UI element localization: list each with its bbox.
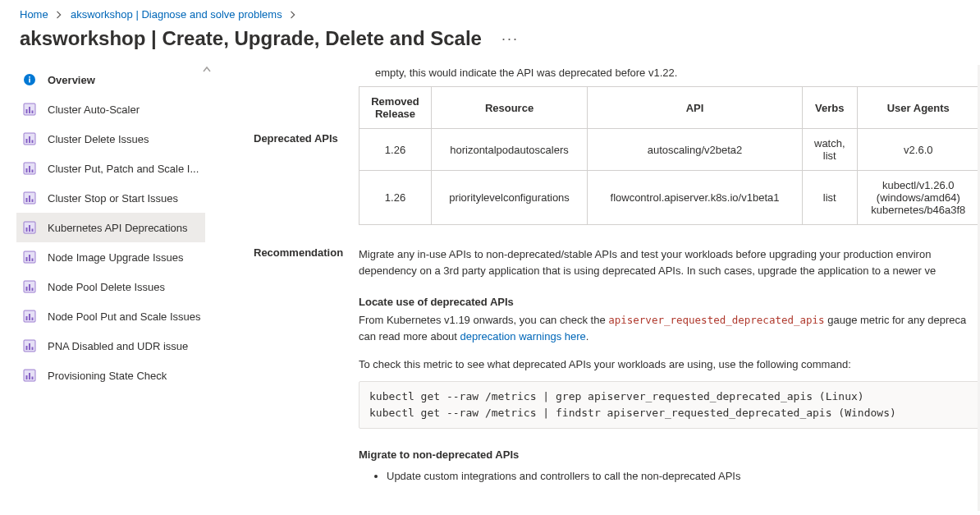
chart-icon [23, 103, 36, 116]
svg-rect-14 [32, 170, 34, 173]
deprecated-apis-table: Removed Release Resource API Verbs User … [359, 86, 980, 225]
svg-rect-26 [32, 259, 34, 262]
svg-rect-25 [29, 255, 30, 261]
svg-rect-4 [26, 109, 28, 113]
svg-rect-12 [26, 168, 28, 172]
chart-icon [23, 221, 36, 234]
reco-line1: Migrate any in-use APIs to non-deprecate… [359, 246, 980, 263]
sidebar-item-put-patch-scale[interactable]: Cluster Put, Patch and Scale I... [16, 154, 205, 183]
sidebar-item-label: Cluster Delete Issues [48, 133, 149, 145]
sidebar-item-label: Node Pool Delete Issues [48, 281, 165, 293]
svg-rect-21 [29, 225, 30, 232]
sidebar-item-node-pool-put-scale[interactable]: Node Pool Put and Scale Issues [16, 301, 205, 331]
page-title: aksworkshop | Create, Upgrade, Delete an… [20, 27, 482, 50]
chart-icon [23, 251, 36, 264]
cell-api: autoscaling/v2beta2 [588, 129, 803, 171]
deprecated-apis-label: Deprecated APIs [254, 86, 359, 145]
cell-verbs: list [803, 171, 858, 225]
svg-rect-28 [26, 287, 28, 291]
bullet-item: Update custom integrations and controlle… [387, 468, 980, 485]
svg-rect-10 [32, 140, 34, 144]
sidebar-item-auto-scaler[interactable]: Cluster Auto-Scaler [16, 94, 205, 124]
th-api: API [588, 87, 803, 129]
svg-rect-2 [29, 76, 30, 78]
code-line: kubectl get --raw /metrics | findstr api… [369, 405, 969, 421]
more-options-button[interactable]: ··· [501, 30, 519, 48]
sidebar-item-label: Cluster Put, Patch and Scale I... [48, 163, 199, 175]
chart-icon [23, 310, 36, 323]
intro-fragment: empty, this would indicate the API was d… [375, 65, 980, 81]
sidebar-item-label: Node Pool Put and Scale Issues [48, 310, 200, 323]
svg-rect-37 [29, 343, 30, 350]
metric-code: apiserver_requested_deprecated_apis [608, 314, 824, 326]
sidebar-item-node-pool-delete[interactable]: Node Pool Delete Issues [16, 272, 205, 301]
cell-resource: prioritylevelconfigurations [432, 171, 588, 225]
table-row: 1.26 prioritylevelconfigurations flowcon… [359, 171, 980, 225]
svg-rect-22 [32, 229, 34, 232]
sidebar-item-node-image-upgrade[interactable]: Node Image Upgrade Issues [16, 242, 205, 272]
svg-rect-41 [29, 373, 30, 379]
svg-rect-9 [29, 136, 30, 143]
recommendation-label: Recommendation [254, 246, 359, 490]
reco-line2: dependency on a 3rd party application th… [359, 263, 980, 279]
main-content: empty, this would indicate the API was d… [212, 65, 980, 511]
cell-release: 1.26 [359, 129, 432, 171]
svg-rect-29 [29, 284, 30, 291]
breadcrumb-home[interactable]: Home [20, 8, 48, 21]
chart-icon [23, 369, 36, 382]
sidebar-item-pna-udr[interactable]: PNA Disabled and UDR issue [16, 331, 205, 361]
sidebar-item-overview[interactable]: Overview [16, 65, 205, 94]
locate-heading: Locate use of deprecated APIs [359, 294, 980, 310]
info-icon [23, 73, 36, 86]
migrate-heading: Migrate to non-deprecated APIs [359, 447, 980, 463]
code-block: kubectl get --raw /metrics | grep apiser… [359, 381, 980, 429]
breadcrumb-diagnose[interactable]: aksworkshop | Diagnose and solve problem… [71, 8, 282, 21]
th-resource: Resource [432, 87, 588, 129]
svg-rect-24 [26, 257, 28, 261]
sidebar-item-api-deprecations[interactable]: Kubernetes API Deprecations [16, 213, 205, 242]
svg-rect-1 [29, 79, 30, 83]
th-user-agents: User Agents [857, 87, 979, 129]
chart-icon [23, 280, 36, 293]
sidebar-item-stop-start[interactable]: Cluster Stop or Start Issues [16, 183, 205, 213]
th-removed-release: Removed Release [359, 87, 432, 129]
svg-rect-13 [29, 166, 30, 172]
svg-rect-16 [26, 198, 28, 202]
sidebar-item-label: Cluster Auto-Scaler [48, 103, 140, 116]
chart-icon [23, 339, 36, 352]
chevron-right-icon [290, 9, 296, 21]
sidebar-item-delete-issues[interactable]: Cluster Delete Issues [16, 124, 205, 154]
chevron-right-icon [56, 9, 66, 21]
cell-verbs: watch, list [803, 129, 858, 171]
locate-line2: can read more about deprecation warnings… [359, 329, 980, 345]
svg-rect-30 [32, 288, 34, 292]
check-line: To check this metric to see what depreca… [359, 356, 980, 373]
svg-rect-17 [29, 195, 30, 202]
svg-rect-8 [26, 139, 28, 143]
cell-release: 1.26 [359, 171, 432, 225]
svg-rect-36 [26, 346, 28, 350]
svg-rect-33 [29, 314, 30, 320]
svg-rect-40 [26, 375, 28, 379]
sidebar-item-provisioning-state[interactable]: Provisioning State Check [16, 361, 205, 390]
collapse-up-icon[interactable] [202, 65, 212, 77]
deprecation-warnings-link[interactable]: deprecation warnings here [460, 330, 586, 343]
th-verbs: Verbs [803, 87, 858, 129]
svg-rect-34 [32, 318, 34, 321]
cell-ua: kubectl/v1.26.0 (windows/amd64) kubernet… [857, 171, 979, 225]
svg-rect-32 [26, 316, 28, 320]
sidebar-item-label: Overview [48, 74, 95, 86]
chart-icon [23, 191, 36, 205]
svg-rect-42 [32, 377, 34, 380]
cell-api: flowcontrol.apiserver.k8s.io/v1beta1 [588, 171, 803, 225]
page-title-row: aksworkshop | Create, Upgrade, Delete an… [0, 25, 980, 65]
migrate-bullets: Update custom integrations and controlle… [359, 468, 980, 485]
sidebar-item-label: Provisioning State Check [48, 370, 167, 382]
sidebar-item-label: Kubernetes API Deprecations [48, 222, 188, 234]
cell-ua: v2.6.0 [857, 129, 979, 171]
svg-rect-18 [32, 200, 34, 203]
chart-icon [23, 132, 36, 145]
sidebar: Overview Cluster Auto-Scaler Cluster Del… [0, 65, 212, 511]
sidebar-item-label: Cluster Stop or Start Issues [48, 192, 178, 205]
svg-rect-20 [26, 228, 28, 232]
